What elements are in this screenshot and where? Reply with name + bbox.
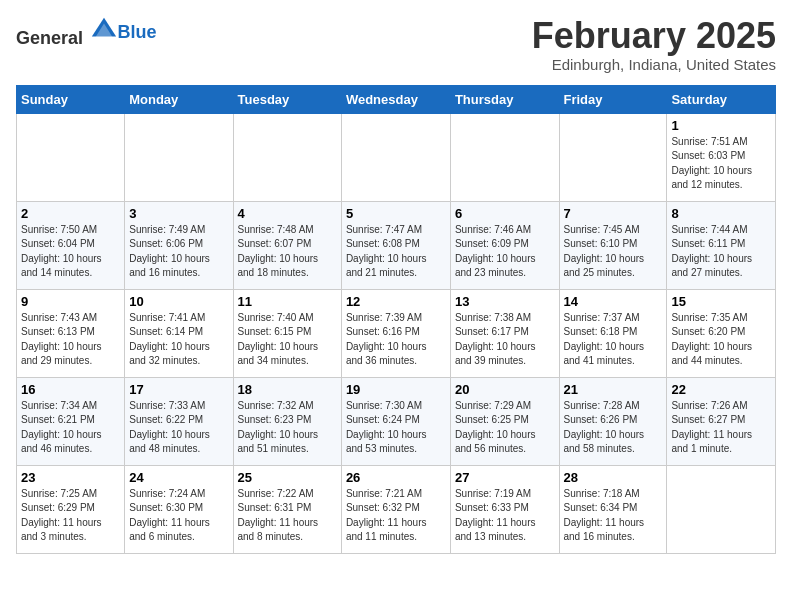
day-number: 10 <box>129 294 228 309</box>
week-row-1: 1Sunrise: 7:51 AM Sunset: 6:03 PM Daylig… <box>17 113 776 201</box>
day-number: 9 <box>21 294 120 309</box>
day-number: 28 <box>564 470 663 485</box>
day-number: 6 <box>455 206 555 221</box>
calendar-cell: 9Sunrise: 7:43 AM Sunset: 6:13 PM Daylig… <box>17 289 125 377</box>
calendar-cell <box>341 113 450 201</box>
day-info: Sunrise: 7:34 AM Sunset: 6:21 PM Dayligh… <box>21 399 120 457</box>
day-number: 26 <box>346 470 446 485</box>
calendar-cell: 23Sunrise: 7:25 AM Sunset: 6:29 PM Dayli… <box>17 465 125 553</box>
day-info: Sunrise: 7:50 AM Sunset: 6:04 PM Dayligh… <box>21 223 120 281</box>
day-number: 12 <box>346 294 446 309</box>
day-info: Sunrise: 7:37 AM Sunset: 6:18 PM Dayligh… <box>564 311 663 369</box>
day-info: Sunrise: 7:25 AM Sunset: 6:29 PM Dayligh… <box>21 487 120 545</box>
logo-blue: Blue <box>118 22 157 42</box>
calendar-cell: 12Sunrise: 7:39 AM Sunset: 6:16 PM Dayli… <box>341 289 450 377</box>
day-info: Sunrise: 7:47 AM Sunset: 6:08 PM Dayligh… <box>346 223 446 281</box>
day-info: Sunrise: 7:22 AM Sunset: 6:31 PM Dayligh… <box>238 487 337 545</box>
day-number: 3 <box>129 206 228 221</box>
day-info: Sunrise: 7:40 AM Sunset: 6:15 PM Dayligh… <box>238 311 337 369</box>
calendar-cell: 18Sunrise: 7:32 AM Sunset: 6:23 PM Dayli… <box>233 377 341 465</box>
calendar-cell: 27Sunrise: 7:19 AM Sunset: 6:33 PM Dayli… <box>450 465 559 553</box>
day-info: Sunrise: 7:24 AM Sunset: 6:30 PM Dayligh… <box>129 487 228 545</box>
calendar-cell: 16Sunrise: 7:34 AM Sunset: 6:21 PM Dayli… <box>17 377 125 465</box>
day-info: Sunrise: 7:45 AM Sunset: 6:10 PM Dayligh… <box>564 223 663 281</box>
calendar-cell: 17Sunrise: 7:33 AM Sunset: 6:22 PM Dayli… <box>125 377 233 465</box>
calendar-cell: 24Sunrise: 7:24 AM Sunset: 6:30 PM Dayli… <box>125 465 233 553</box>
logo: General Blue <box>16 16 157 49</box>
calendar-cell: 8Sunrise: 7:44 AM Sunset: 6:11 PM Daylig… <box>667 201 776 289</box>
day-info: Sunrise: 7:51 AM Sunset: 6:03 PM Dayligh… <box>671 135 771 193</box>
calendar-cell <box>450 113 559 201</box>
calendar-cell: 15Sunrise: 7:35 AM Sunset: 6:20 PM Dayli… <box>667 289 776 377</box>
week-row-5: 23Sunrise: 7:25 AM Sunset: 6:29 PM Dayli… <box>17 465 776 553</box>
weekday-header-thursday: Thursday <box>450 85 559 113</box>
calendar-cell: 20Sunrise: 7:29 AM Sunset: 6:25 PM Dayli… <box>450 377 559 465</box>
day-info: Sunrise: 7:41 AM Sunset: 6:14 PM Dayligh… <box>129 311 228 369</box>
logo-general: General <box>16 28 83 48</box>
calendar-cell: 1Sunrise: 7:51 AM Sunset: 6:03 PM Daylig… <box>667 113 776 201</box>
day-info: Sunrise: 7:46 AM Sunset: 6:09 PM Dayligh… <box>455 223 555 281</box>
calendar-table: SundayMondayTuesdayWednesdayThursdayFrid… <box>16 85 776 554</box>
day-info: Sunrise: 7:39 AM Sunset: 6:16 PM Dayligh… <box>346 311 446 369</box>
calendar-cell: 10Sunrise: 7:41 AM Sunset: 6:14 PM Dayli… <box>125 289 233 377</box>
week-row-3: 9Sunrise: 7:43 AM Sunset: 6:13 PM Daylig… <box>17 289 776 377</box>
day-number: 22 <box>671 382 771 397</box>
day-info: Sunrise: 7:38 AM Sunset: 6:17 PM Dayligh… <box>455 311 555 369</box>
weekday-header-sunday: Sunday <box>17 85 125 113</box>
day-number: 8 <box>671 206 771 221</box>
day-number: 2 <box>21 206 120 221</box>
calendar-cell <box>667 465 776 553</box>
calendar-cell: 14Sunrise: 7:37 AM Sunset: 6:18 PM Dayli… <box>559 289 667 377</box>
calendar-cell: 22Sunrise: 7:26 AM Sunset: 6:27 PM Dayli… <box>667 377 776 465</box>
day-info: Sunrise: 7:33 AM Sunset: 6:22 PM Dayligh… <box>129 399 228 457</box>
calendar-cell: 11Sunrise: 7:40 AM Sunset: 6:15 PM Dayli… <box>233 289 341 377</box>
calendar-cell: 2Sunrise: 7:50 AM Sunset: 6:04 PM Daylig… <box>17 201 125 289</box>
day-number: 23 <box>21 470 120 485</box>
day-number: 5 <box>346 206 446 221</box>
day-number: 7 <box>564 206 663 221</box>
page-subtitle: Edinburgh, Indiana, United States <box>532 56 776 73</box>
day-number: 20 <box>455 382 555 397</box>
day-info: Sunrise: 7:26 AM Sunset: 6:27 PM Dayligh… <box>671 399 771 457</box>
calendar-cell: 25Sunrise: 7:22 AM Sunset: 6:31 PM Dayli… <box>233 465 341 553</box>
calendar-cell: 13Sunrise: 7:38 AM Sunset: 6:17 PM Dayli… <box>450 289 559 377</box>
day-info: Sunrise: 7:35 AM Sunset: 6:20 PM Dayligh… <box>671 311 771 369</box>
calendar-cell: 4Sunrise: 7:48 AM Sunset: 6:07 PM Daylig… <box>233 201 341 289</box>
day-number: 11 <box>238 294 337 309</box>
day-number: 14 <box>564 294 663 309</box>
day-number: 17 <box>129 382 228 397</box>
day-number: 24 <box>129 470 228 485</box>
title-block: February 2025 Edinburgh, Indiana, United… <box>532 16 776 73</box>
weekday-header-row: SundayMondayTuesdayWednesdayThursdayFrid… <box>17 85 776 113</box>
day-info: Sunrise: 7:32 AM Sunset: 6:23 PM Dayligh… <box>238 399 337 457</box>
day-number: 19 <box>346 382 446 397</box>
weekday-header-tuesday: Tuesday <box>233 85 341 113</box>
day-info: Sunrise: 7:29 AM Sunset: 6:25 PM Dayligh… <box>455 399 555 457</box>
day-info: Sunrise: 7:30 AM Sunset: 6:24 PM Dayligh… <box>346 399 446 457</box>
day-number: 27 <box>455 470 555 485</box>
calendar-cell <box>17 113 125 201</box>
day-info: Sunrise: 7:28 AM Sunset: 6:26 PM Dayligh… <box>564 399 663 457</box>
day-info: Sunrise: 7:19 AM Sunset: 6:33 PM Dayligh… <box>455 487 555 545</box>
calendar-cell: 28Sunrise: 7:18 AM Sunset: 6:34 PM Dayli… <box>559 465 667 553</box>
calendar-cell: 26Sunrise: 7:21 AM Sunset: 6:32 PM Dayli… <box>341 465 450 553</box>
week-row-2: 2Sunrise: 7:50 AM Sunset: 6:04 PM Daylig… <box>17 201 776 289</box>
day-number: 4 <box>238 206 337 221</box>
day-info: Sunrise: 7:43 AM Sunset: 6:13 PM Dayligh… <box>21 311 120 369</box>
day-number: 1 <box>671 118 771 133</box>
week-row-4: 16Sunrise: 7:34 AM Sunset: 6:21 PM Dayli… <box>17 377 776 465</box>
day-number: 25 <box>238 470 337 485</box>
day-number: 16 <box>21 382 120 397</box>
day-info: Sunrise: 7:48 AM Sunset: 6:07 PM Dayligh… <box>238 223 337 281</box>
weekday-header-friday: Friday <box>559 85 667 113</box>
header: General Blue February 2025 Edinburgh, In… <box>16 16 776 73</box>
page-title: February 2025 <box>532 16 776 56</box>
calendar-cell: 6Sunrise: 7:46 AM Sunset: 6:09 PM Daylig… <box>450 201 559 289</box>
calendar-cell: 21Sunrise: 7:28 AM Sunset: 6:26 PM Dayli… <box>559 377 667 465</box>
calendar-cell: 7Sunrise: 7:45 AM Sunset: 6:10 PM Daylig… <box>559 201 667 289</box>
calendar-cell: 3Sunrise: 7:49 AM Sunset: 6:06 PM Daylig… <box>125 201 233 289</box>
day-info: Sunrise: 7:18 AM Sunset: 6:34 PM Dayligh… <box>564 487 663 545</box>
calendar-cell <box>233 113 341 201</box>
calendar-cell: 19Sunrise: 7:30 AM Sunset: 6:24 PM Dayli… <box>341 377 450 465</box>
weekday-header-wednesday: Wednesday <box>341 85 450 113</box>
